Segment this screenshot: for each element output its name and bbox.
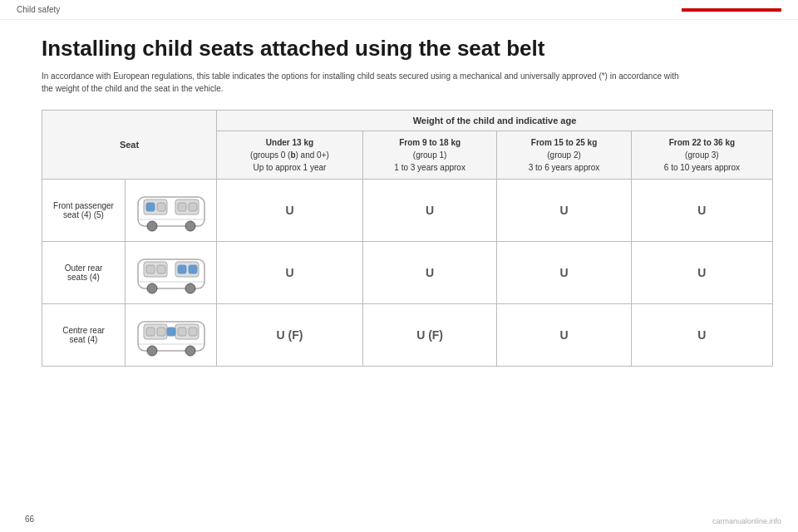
svg-rect-4 xyxy=(157,203,165,211)
svg-rect-16 xyxy=(189,265,197,273)
svg-rect-14 xyxy=(157,265,165,273)
col-header-0: Under 13 kg(groups 0 (b) and 0+)Up to ap… xyxy=(217,131,363,179)
cell-2-0: U (F) xyxy=(217,303,363,366)
car-image-0 xyxy=(126,179,217,241)
col-header-1: From 9 to 18 kg(group 1)1 to 3 years app… xyxy=(362,131,496,179)
svg-point-18 xyxy=(185,283,195,293)
svg-point-8 xyxy=(185,221,195,231)
top-bar-title: Child safety xyxy=(17,5,60,14)
svg-rect-3 xyxy=(146,203,155,211)
top-bar-accent xyxy=(682,8,781,12)
svg-rect-13 xyxy=(146,265,155,273)
watermark: carmanualonline.info xyxy=(712,517,781,525)
svg-point-29 xyxy=(185,346,195,356)
col-header-2: From 15 to 25 kg(group 2)3 to 6 years ap… xyxy=(497,131,631,179)
cell-2-2: U xyxy=(497,303,631,366)
svg-point-7 xyxy=(147,221,157,231)
top-bar: Child safety xyxy=(0,0,798,20)
svg-rect-23 xyxy=(146,328,155,336)
cell-1-0: U xyxy=(217,241,363,303)
svg-rect-24 xyxy=(157,328,165,336)
car-image-1 xyxy=(126,241,217,303)
row-label-1: Outer rearseats (4) xyxy=(42,241,126,303)
svg-rect-27 xyxy=(167,328,175,336)
svg-rect-25 xyxy=(178,328,186,336)
row-label-0: Front passengerseat (4) (5) xyxy=(42,179,126,241)
table-row: Front passengerseat (4) (5) xyxy=(42,179,773,241)
table-row: Centre rearseat (4) xyxy=(42,303,773,366)
svg-point-17 xyxy=(147,283,157,293)
seat-column-header: Seat xyxy=(42,110,217,179)
cell-0-1: U xyxy=(362,179,496,241)
cell-2-1: U (F) xyxy=(362,303,496,366)
row-label-2: Centre rearseat (4) xyxy=(42,303,126,366)
cell-2-3: U xyxy=(631,303,772,366)
main-content: Installing child seats attached using th… xyxy=(0,20,798,383)
svg-point-28 xyxy=(147,346,157,356)
page-title: Installing child seats attached using th… xyxy=(42,37,773,62)
car-image-2 xyxy=(126,303,217,366)
cell-1-3: U xyxy=(631,241,772,303)
svg-rect-26 xyxy=(189,328,197,336)
page-number: 66 xyxy=(25,515,34,524)
cell-1-1: U xyxy=(362,241,496,303)
child-seat-table: Seat Weight of the child and indicative … xyxy=(42,110,773,367)
svg-rect-6 xyxy=(189,203,197,211)
cell-0-2: U xyxy=(497,179,631,241)
table-row: Outer rearseats (4) xyxy=(42,241,773,303)
svg-rect-5 xyxy=(178,203,186,211)
col-header-3: From 22 to 36 kg(group 3)6 to 10 years a… xyxy=(631,131,772,179)
svg-rect-15 xyxy=(178,265,186,273)
cell-1-2: U xyxy=(497,241,631,303)
page-description: In accordance with European regulations,… xyxy=(42,70,690,95)
cell-0-3: U xyxy=(631,179,772,241)
weight-header: Weight of the child and indicative age xyxy=(217,110,773,131)
cell-0-0: U xyxy=(217,179,363,241)
